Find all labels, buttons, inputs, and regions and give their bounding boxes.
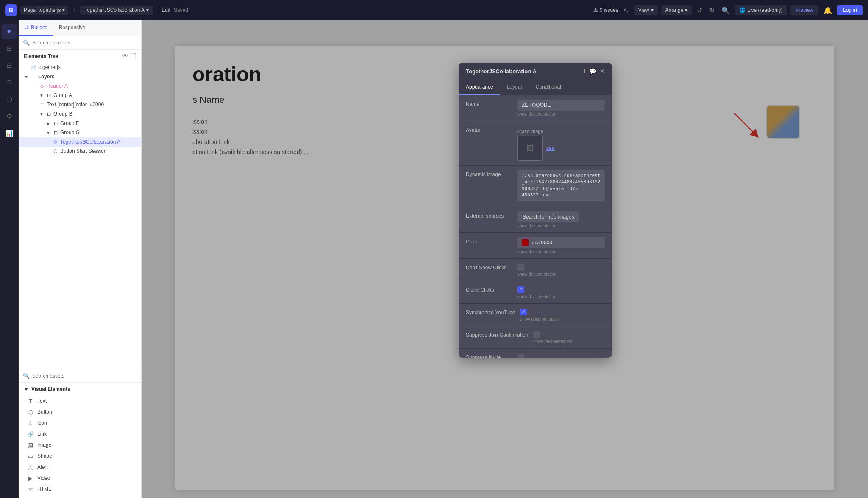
search-button[interactable]: 🔍 bbox=[720, 5, 732, 16]
expand-icon[interactable]: ⛶ bbox=[131, 53, 136, 59]
tree-item-group-b[interactable]: ▼ ⊡ Group B bbox=[19, 109, 141, 119]
search-assets-input[interactable] bbox=[32, 373, 137, 379]
tree-item-group-f[interactable]: ▶ ⊡ Group F bbox=[19, 119, 141, 128]
modal-title: TogetherJSCollaboration A bbox=[466, 68, 537, 75]
tree-item-group-a[interactable]: ▼ ⊡ Group A bbox=[19, 91, 141, 100]
modal-tab-appearance[interactable]: Appearance bbox=[459, 80, 500, 95]
eye-icon[interactable]: 👁 bbox=[122, 53, 128, 59]
project-selector[interactable]: TogetherJSCollaboration A ▾ bbox=[80, 6, 153, 15]
modal-close-icon[interactable]: ✕ bbox=[600, 68, 605, 75]
connect-tool[interactable]: ⬡ bbox=[2, 91, 17, 107]
left-panel: UI Builder Responsive 🔍 Elements Tree 👁 … bbox=[19, 20, 142, 498]
visual-elements-header[interactable]: ▼ Visual Elements bbox=[19, 383, 141, 396]
modal-external-sources-content: Search for free images show documentatio… bbox=[517, 211, 605, 228]
arrange-label: Arrange bbox=[665, 7, 684, 13]
tab-ui-builder[interactable]: UI Builder bbox=[19, 20, 53, 36]
preview-button[interactable]: Preview bbox=[790, 5, 819, 15]
static-image-row: 🖼 see bbox=[517, 136, 554, 161]
live-button[interactable]: 🌐 Live (read-only) bbox=[735, 5, 787, 15]
elements-tree-header: Elements Tree 👁 ⛶ bbox=[19, 50, 141, 63]
live-label: Live (read-only) bbox=[747, 7, 782, 13]
external-sources-doc[interactable]: show documentation bbox=[517, 224, 605, 228]
search-free-images-button[interactable]: Search for free images bbox=[517, 211, 579, 222]
modal-tab-conditional[interactable]: Conditional bbox=[529, 80, 568, 95]
separator: / bbox=[73, 7, 75, 14]
html-element-icon: </> bbox=[27, 486, 34, 492]
page-selector[interactable]: Page: togetherjs ▾ bbox=[20, 6, 68, 15]
suppress-join-doc[interactable]: show documentation bbox=[533, 339, 605, 344]
tab-responsive[interactable]: Responsive bbox=[53, 20, 92, 36]
visual-item-shape[interactable]: ▭ Shape bbox=[19, 451, 141, 462]
cursor-tool[interactable]: ✦ bbox=[2, 24, 17, 39]
suppress-invite-checkbox[interactable] bbox=[517, 354, 524, 358]
modal-dynamic-image-input[interactable]: //s3.amazonaws.com/appforest_uf/f1542280… bbox=[517, 170, 605, 201]
project-label: TogetherJSCollaboration A bbox=[84, 7, 145, 13]
visual-item-button[interactable]: ⬡ Button bbox=[19, 407, 141, 418]
arrange-button[interactable]: Arrange ▾ bbox=[661, 5, 692, 15]
group-f-icon: ⊡ bbox=[53, 120, 58, 126]
tree-item-group-g[interactable]: ▼ ⊡ Group G bbox=[19, 128, 141, 137]
notification-button[interactable]: 🔔 bbox=[822, 5, 834, 16]
settings-tool[interactable]: ⚙ bbox=[2, 108, 17, 124]
color-swatch[interactable]: #A10000 bbox=[517, 237, 605, 248]
file-icon: 📄 bbox=[31, 64, 36, 70]
modal-dynamic-image-label: Dynamic image bbox=[466, 170, 512, 177]
button-element-icon: ⬡ bbox=[27, 409, 34, 415]
visual-item-link[interactable]: 🔗 Link bbox=[19, 429, 141, 440]
tree-item-button-start-session[interactable]: ⬡ Button Start Session bbox=[19, 147, 141, 156]
elements-tool[interactable]: ⊞ bbox=[2, 41, 17, 56]
visual-item-html[interactable]: </> HTML bbox=[19, 484, 141, 495]
clone-clicks-checkbox[interactable]: ✓ bbox=[517, 286, 524, 293]
shape-element-icon: ▭ bbox=[27, 453, 34, 459]
suppress-join-checkbox[interactable] bbox=[533, 331, 540, 338]
visual-item-alert[interactable]: △ Alert bbox=[19, 462, 141, 473]
grid-tool[interactable]: ⊟ bbox=[2, 58, 17, 73]
dont-show-clicks-doc[interactable]: show documentation bbox=[517, 272, 605, 277]
search-elements-input[interactable] bbox=[32, 40, 137, 46]
icon-bar: ✦ ⊞ ⊟ ≡ ⬡ ⚙ 📊 bbox=[0, 20, 19, 498]
link-element-icon: 🔗 bbox=[27, 431, 34, 437]
dont-show-clicks-checkbox[interactable] bbox=[517, 264, 524, 271]
tree-item-text[interactable]: T Text [center][color=#0000 bbox=[19, 100, 141, 109]
clone-clicks-doc[interactable]: show documentation bbox=[517, 294, 605, 299]
issues-indicator[interactable]: ⚠ 0 issues bbox=[593, 7, 618, 13]
page-label: Page: togetherjs bbox=[24, 7, 61, 13]
redo-button[interactable]: ↻ bbox=[707, 5, 716, 16]
modal-name-input[interactable]: ZEROQODE bbox=[517, 100, 605, 111]
alert-element-icon: △ bbox=[27, 464, 34, 470]
undo-button[interactable]: ↺ bbox=[695, 5, 704, 16]
color-value: #A10000 bbox=[532, 240, 552, 246]
toggle-group-b: ▼ bbox=[39, 111, 44, 116]
tree-item-layers[interactable]: ▼ Layers bbox=[19, 72, 141, 81]
modal-tab-layout[interactable]: Layout bbox=[500, 80, 529, 95]
modal-clone-clicks-content: ✓ show documentation bbox=[517, 285, 605, 299]
data-tool[interactable]: ≡ bbox=[2, 75, 17, 90]
visual-item-text[interactable]: T Text bbox=[19, 396, 141, 407]
tree-item-togetherjscollaboration-a[interactable]: ⚙ TogetherJSCollaboration A bbox=[19, 137, 141, 147]
visual-item-video[interactable]: ▶ Video bbox=[19, 473, 141, 484]
pointer-tool-button[interactable]: ↖ bbox=[622, 5, 631, 16]
visual-elements-list: T Text ⬡ Button ☆ Icon 🔗 Link 🖼 Imag bbox=[19, 396, 141, 498]
visual-item-icon-label: Icon bbox=[37, 420, 47, 426]
modal-name-doc[interactable]: show documentation bbox=[517, 112, 605, 116]
color-doc[interactable]: show documentation bbox=[517, 249, 605, 254]
avatar-row: Static image 🖼 see bbox=[517, 125, 605, 161]
modal-info-icon[interactable]: ℹ bbox=[584, 68, 586, 75]
visual-item-shape-label: Shape bbox=[37, 453, 52, 459]
static-image-preview[interactable]: 🖼 bbox=[517, 136, 543, 161]
sync-youtube-doc[interactable]: show documentation bbox=[520, 317, 605, 321]
toggle-layers: ▼ bbox=[24, 74, 29, 79]
login-button[interactable]: Log in bbox=[837, 5, 863, 15]
tree-item-togetherjs[interactable]: 📄 togetherjs bbox=[19, 63, 141, 72]
project-chevron: ▾ bbox=[146, 7, 149, 13]
chart-tool[interactable]: 📊 bbox=[2, 125, 17, 141]
toggle-group-g: ▼ bbox=[46, 130, 51, 135]
sync-youtube-checkbox[interactable]: ✓ bbox=[520, 309, 527, 315]
visual-item-image[interactable]: 🖼 Image bbox=[19, 440, 141, 451]
tree-item-header-a[interactable]: ◇ Header A bbox=[19, 81, 141, 91]
modal-chat-icon[interactable]: 💬 bbox=[589, 68, 596, 75]
app-logo[interactable]: B bbox=[5, 4, 17, 16]
see-link[interactable]: see bbox=[546, 145, 554, 151]
view-button[interactable]: View ▾ bbox=[634, 5, 658, 15]
visual-item-icon[interactable]: ☆ Icon bbox=[19, 418, 141, 429]
